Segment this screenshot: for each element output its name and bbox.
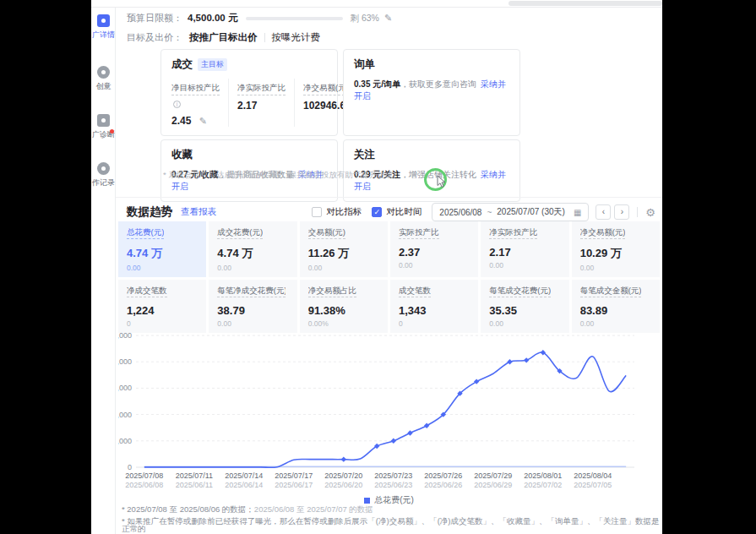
sidebar-item-label: 广详情 [91,30,116,41]
data-point-marker[interactable] [341,456,346,461]
sidebar-item-diagnosis[interactable]: 广诊断 [91,111,115,140]
sidebar-item-promo-detail[interactable]: 广详情 [91,11,115,41]
y-axis-tick: 4,000 [118,357,132,366]
bidding-label: 目标及出价： [127,31,182,44]
goal-desc-text: ，获取更多意向咨询 [400,79,476,89]
metric-value: 10.29 万 [580,246,651,261]
budget-progress-bar [246,17,343,20]
metric-compare-value: 0.00 [217,264,288,272]
goal-card-suggestion-0[interactable]: 询单0.35 元/询单，获取更多意向咨询采纳并开启 [343,49,520,136]
stat-label: 净实际投产比 [237,83,286,95]
metric-label: 每笔净成交花费(元) [217,286,286,297]
y-axis-tick: 5,000 [118,331,132,340]
footnote-1: * 2025/07/08 至 2025/08/06 的数据；2025/06/08… [122,505,662,514]
budget-amount: 4,500.00 元 [188,12,237,25]
y-axis-tick: 2,000 [118,411,132,419]
metric-value: 91.38% [308,304,379,317]
click-indicator-ring [424,168,447,191]
compare-metric-checkbox[interactable] [312,207,322,217]
x-axis-tick-compare: 2025/06/14 [225,481,263,489]
edit-budget-icon[interactable]: ✎ [384,13,392,24]
sidebar-item-label: 创意 [91,81,116,92]
goal-card-title: 询单 [354,57,509,72]
info-icon[interactable]: i [173,101,181,108]
metric-card-0[interactable]: 总花费(元)4.74 万0.00 [118,221,206,277]
stat-label: 净目标投产比 [171,83,220,95]
data-point-marker[interactable] [424,423,429,428]
budget-row: 预算日限额： 4,500.00 元 剩 63% ✎ [127,12,392,25]
goal-title-text: 成交 [171,58,193,70]
sidebar-item-records[interactable]: 作记录 [91,159,115,188]
goal-note: * 系统会尽可能达成你设置的目标，保持稳定投放有助于提升达成 [163,170,393,181]
goal-card-deal[interactable]: 成交主目标 净目标投产比i 2.45 ✎ 净实际投产比 2.17 净交易额(元)… [160,49,338,136]
metric-value: 1,224 [127,304,198,317]
footnote-current-range: * 2025/07/08 至 2025/08/06 的数据； [122,504,254,514]
metric-card-4[interactable]: 净实际投产比2.170.00 [481,221,568,277]
metric-cards: 总花费(元)4.74 万0.00成交花费(元)4.74 万0.00交易额(元)1… [118,221,660,333]
x-axis-tick-compare: 2025/06/11 [176,481,213,489]
metric-compare-value: 0.00 [399,261,470,270]
x-axis-tick-current: 2025/07/08 [125,471,163,480]
prev-period-button[interactable]: ‹ [596,204,611,220]
horizontal-scrollbar[interactable] [509,1,662,6]
metric-label: 成交笔数 [399,286,431,297]
sidebar-item-creative[interactable]: 创意 [91,63,115,92]
primary-goal-badge: 主目标 [198,58,227,71]
metric-label: 交易额(元) [308,227,345,239]
metric-label: 每笔成交花费(元) [489,286,551,297]
date-separator: ~ [487,208,492,217]
x-axis-tick-current: 2025/07/11 [176,471,213,480]
goal-card-title: 收藏 [171,148,327,162]
settings-gear-icon[interactable]: ⚙ [645,206,655,219]
data-point-marker[interactable] [391,439,396,444]
stat-value: 2.17 [237,100,286,112]
goal-stat-actual-roi: 净实际投产比 2.17 [237,79,295,127]
x-axis-tick-current: 2025/07/29 [474,471,512,480]
next-period-button[interactable]: › [614,204,629,220]
x-axis-tick-compare: 2025/06/17 [275,481,313,489]
goal-card-title: 成交主目标 [171,57,327,72]
footnotes: * 2025/07/08 至 2025/08/06 的数据；2025/06/08… [122,505,662,533]
metric-card-3[interactable]: 实际投产比2.370.00 [390,221,478,277]
toolbox-icon [97,114,110,127]
trend-chart: 01,0002,0003,0004,0005,0002025/07/082025… [118,325,660,493]
view-report-link[interactable]: 查看报表 [181,206,216,218]
date-end: 2025/07/07 (30天) [497,206,565,218]
top-strip [91,0,662,8]
metric-card-2[interactable]: 交易额(元)11.26 万0.00 [300,221,388,277]
budget-remaining: 剩 63% [350,13,378,25]
date-nav: ‹ › [596,204,629,220]
tab-bid-by-impression[interactable]: 按曝光计费 [272,31,321,44]
compare-time-checkbox[interactable]: ✓ [372,207,382,217]
compare-metric-label: 对比指标 [326,206,362,218]
metric-label: 实际投产比 [399,227,439,239]
y-axis-tick: 3,000 [118,384,132,392]
x-axis-tick-compare: 2025/06/23 [374,481,412,489]
metric-value: 4.74 万 [127,246,198,261]
metric-compare-value: 0.00 [127,264,198,272]
controls-divider [637,207,638,217]
detail-icon [97,14,110,27]
edit-roi-icon[interactable]: ✎ [199,116,207,126]
metric-label: 每笔成交金额(元) [580,286,642,297]
x-axis-tick-current: 2025/07/20 [324,471,362,480]
bulb-icon [97,66,110,79]
x-axis-tick-compare: 2025/06/08 [125,481,163,489]
metric-value: 4.74 万 [217,246,288,261]
tab-bid-by-goal[interactable]: 按推广目标出价 [189,31,258,44]
date-range-picker[interactable]: 2025/06/08 ~ 2025/07/07 (30天) ▦ [432,203,589,221]
metric-label: 净实际投产比 [489,227,537,239]
metric-value: 2.17 [489,246,560,259]
x-axis-tick-current: 2025/07/26 [424,471,462,480]
x-axis-tick-current: 2025/07/23 [374,471,412,480]
metric-card-5[interactable]: 净交易额(元)10.29 万0.00 [572,221,660,277]
metric-value: 38.79 [217,304,288,317]
line-chart: 01,0002,0003,0004,0005,0002025/07/082025… [118,325,660,493]
goal-stats: 净目标投产比i 2.45 ✎ 净实际投产比 2.17 净交易额(元) 10294… [171,79,327,127]
metric-card-1[interactable]: 成交花费(元)4.74 万0.00 [209,221,296,277]
data-point-marker[interactable] [407,430,412,435]
metric-label: 净交易额占比 [308,286,356,297]
data-point-marker[interactable] [507,359,512,364]
metric-value: 11.26 万 [308,246,379,261]
metric-label: 总花费(元) [127,227,164,239]
